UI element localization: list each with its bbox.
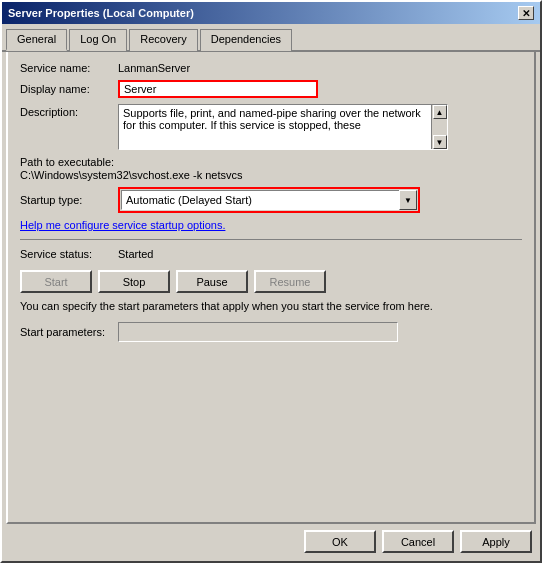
divider-1 bbox=[20, 239, 522, 240]
tab-dependencies[interactable]: Dependencies bbox=[200, 29, 292, 51]
apply-button[interactable]: Apply bbox=[460, 530, 532, 553]
tab-bar: General Log On Recovery Dependencies bbox=[2, 24, 540, 52]
window: Server Properties (Local Computer) ✕ Gen… bbox=[0, 0, 542, 563]
pause-button[interactable]: Pause bbox=[176, 270, 248, 293]
startup-type-row: Startup type: Automatic (Delayed Start) … bbox=[20, 187, 522, 213]
startup-type-select[interactable]: Automatic (Delayed Start) Automatic Manu… bbox=[121, 190, 401, 210]
stop-button[interactable]: Stop bbox=[98, 270, 170, 293]
display-name-box bbox=[118, 80, 318, 98]
service-name-value: LanmanServer bbox=[118, 62, 190, 74]
help-link-row: Help me configure service startup option… bbox=[20, 219, 522, 231]
startup-type-arrow[interactable]: ▼ bbox=[399, 190, 417, 210]
display-name-label: Display name: bbox=[20, 83, 110, 95]
description-scrollbar: ▲ ▼ bbox=[431, 105, 447, 149]
display-name-row: Display name: bbox=[20, 80, 522, 98]
cancel-button[interactable]: Cancel bbox=[382, 530, 454, 553]
scroll-down-button[interactable]: ▼ bbox=[433, 135, 447, 149]
tab-logon[interactable]: Log On bbox=[69, 29, 127, 51]
path-value: C:\Windows\system32\svchost.exe -k netsv… bbox=[20, 169, 522, 181]
service-status-row: Service status: Started bbox=[20, 248, 522, 260]
startup-type-wrapper: Automatic (Delayed Start) Automatic Manu… bbox=[118, 187, 420, 213]
path-row: Path to executable: C:\Windows\system32\… bbox=[20, 156, 522, 181]
startup-type-label: Startup type: bbox=[20, 194, 110, 206]
note-text: You can specify the start parameters tha… bbox=[20, 299, 522, 314]
tab-general[interactable]: General bbox=[6, 29, 67, 51]
service-name-label: Service name: bbox=[20, 62, 110, 74]
tab-recovery[interactable]: Recovery bbox=[129, 29, 197, 51]
scroll-track bbox=[432, 119, 447, 135]
description-row: Description: Supports file, print, and n… bbox=[20, 104, 522, 150]
help-link[interactable]: Help me configure service startup option… bbox=[20, 219, 225, 231]
start-params-row: Start parameters: bbox=[20, 322, 522, 342]
service-status-label: Service status: bbox=[20, 248, 110, 260]
close-button[interactable]: ✕ bbox=[518, 6, 534, 20]
description-text: Supports file, print, and named-pipe sha… bbox=[119, 105, 431, 149]
window-title: Server Properties (Local Computer) bbox=[8, 7, 194, 19]
description-label: Description: bbox=[20, 104, 110, 118]
start-button[interactable]: Start bbox=[20, 270, 92, 293]
description-box: Supports file, print, and named-pipe sha… bbox=[118, 104, 448, 150]
start-params-input[interactable] bbox=[118, 322, 398, 342]
service-control-buttons: Start Stop Pause Resume bbox=[20, 270, 522, 293]
ok-button[interactable]: OK bbox=[304, 530, 376, 553]
scroll-up-button[interactable]: ▲ bbox=[433, 105, 447, 119]
display-name-input[interactable] bbox=[124, 83, 312, 95]
bottom-buttons: OK Cancel Apply bbox=[2, 524, 540, 561]
service-name-row: Service name: LanmanServer bbox=[20, 62, 522, 74]
service-status-value: Started bbox=[118, 248, 153, 260]
tab-content: Service name: LanmanServer Display name:… bbox=[6, 52, 536, 524]
resume-button[interactable]: Resume bbox=[254, 270, 326, 293]
start-params-label: Start parameters: bbox=[20, 326, 110, 338]
path-label: Path to executable: bbox=[20, 156, 522, 168]
title-bar: Server Properties (Local Computer) ✕ bbox=[2, 2, 540, 24]
